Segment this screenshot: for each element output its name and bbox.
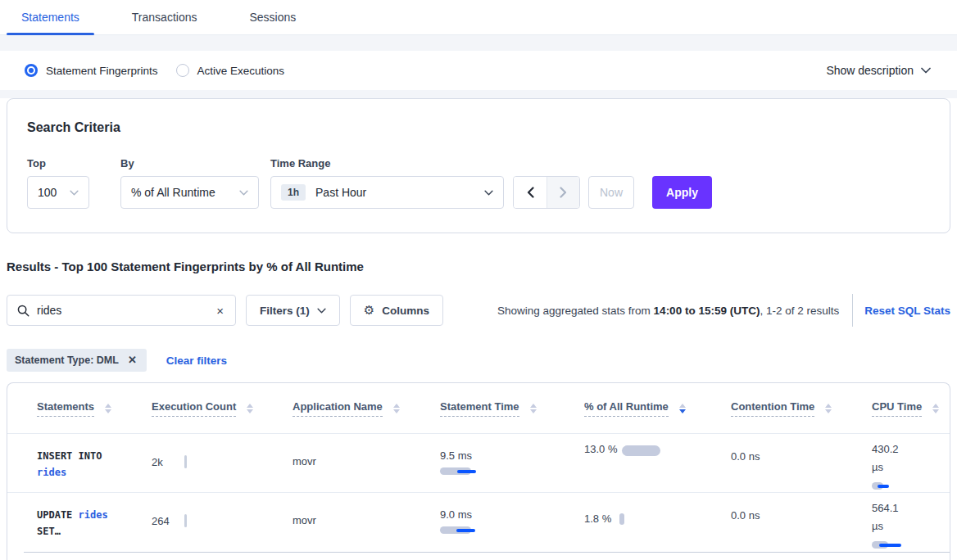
show-description-toggle[interactable]: Show description (826, 64, 931, 77)
chevron-left-icon (527, 187, 534, 198)
execution-count-cell: 2k (152, 434, 293, 468)
view-toggle-bar: Statement Fingerprints Active Executions… (0, 51, 957, 90)
search-icon (17, 305, 29, 317)
by-select[interactable]: % of All Runtime (120, 176, 259, 209)
sort-desc-icon (679, 404, 686, 413)
now-button[interactable]: Now (588, 176, 634, 209)
radio-unselected-icon (176, 64, 189, 77)
radio-selected-icon (25, 64, 38, 77)
top-select[interactable]: 100 (27, 176, 89, 209)
statement-link[interactable]: rides (79, 509, 108, 521)
radio-statement-fingerprints[interactable]: Statement Fingerprints (25, 64, 158, 77)
time-range-select[interactable]: 1h Past Hour (270, 176, 504, 209)
row-separator (24, 552, 950, 553)
application-name-cell: movr (293, 434, 440, 467)
gear-icon: ⚙ (364, 303, 374, 318)
header-pct-of-all-runtime[interactable]: % of All Runtime (584, 400, 731, 417)
runtime-pct-bar (622, 445, 660, 456)
header-cpu-time[interactable]: CPU Time (872, 400, 950, 417)
time-range-field: Time Range 1h Past Hour (270, 157, 504, 209)
sort-icon (825, 404, 832, 413)
table-row: UPDATE rides SET… 264 movr 9.0 ms 1.8 % … (7, 493, 950, 552)
contention-time-cell: 0.0 ns (731, 493, 872, 522)
apply-button[interactable]: Apply (652, 176, 712, 209)
filters-button-label: Filters (1) (260, 305, 310, 317)
statement-link[interactable]: rides (37, 467, 66, 478)
chevron-down-icon (239, 190, 248, 196)
time-range-badge: 1h (281, 184, 306, 201)
sort-icon (393, 404, 400, 413)
clear-search-icon[interactable]: × (215, 303, 225, 318)
header-contention-time[interactable]: Contention Time (731, 400, 872, 417)
chevron-right-icon (560, 187, 567, 198)
statement-time-cell: 9.5 ms (440, 434, 584, 476)
chevron-down-icon (317, 308, 326, 314)
header-statement-time[interactable]: Statement Time (440, 400, 584, 417)
table-header-row: Statements Execution Count Application N… (7, 383, 950, 434)
radio-statement-fingerprints-label: Statement Fingerprints (46, 65, 158, 77)
chevron-down-icon (484, 190, 493, 196)
columns-button-label: Columns (382, 305, 429, 317)
stats-time-range: 14:00 to 15:59 (UTC) (654, 305, 760, 317)
by-select-value: % of All Runtime (131, 186, 239, 199)
tab-transactions-label: Transactions (132, 11, 197, 24)
statement-cell: INSERT INTO rides (37, 434, 152, 481)
header-application-name[interactable]: Application Name (293, 400, 440, 417)
aggregated-stats-text: Showing aggregated stats from 14:00 to 1… (497, 305, 839, 317)
by-label: By (120, 157, 270, 169)
search-criteria-title: Search Criteria (27, 120, 930, 135)
search-criteria-card: Search Criteria Top 100 By % of All Runt… (7, 98, 950, 233)
statement-time-bar (440, 526, 584, 535)
cpu-time-cell: 430.2 µs (872, 434, 950, 490)
vertical-divider (852, 294, 853, 327)
statement-search-box: × (7, 295, 236, 326)
time-range-label: Time Range (270, 157, 504, 169)
runtime-pct-cell: 13.0 % (584, 434, 731, 458)
results-controls: × Filters (1) ⚙ Columns Showing aggregat… (7, 294, 950, 327)
view-radio-group: Statement Fingerprints Active Executions (25, 64, 284, 77)
columns-button[interactable]: ⚙ Columns (350, 295, 443, 326)
cpu-time-bar (872, 482, 950, 490)
execution-count-bar (184, 514, 187, 527)
filter-chip-label: Statement Type: DML (15, 355, 119, 366)
header-statements[interactable]: Statements (37, 400, 152, 417)
header-execution-count[interactable]: Execution Count (152, 400, 293, 417)
execution-count-cell: 264 (152, 493, 293, 527)
radio-active-executions-label: Active Executions (197, 65, 285, 77)
clear-filters-link[interactable]: Clear filters (166, 355, 227, 367)
tab-transactions[interactable]: Transactions (117, 0, 212, 34)
top-label: Top (27, 157, 120, 169)
cpu-time-cell: 564.1 µs (872, 493, 950, 549)
runtime-pct-bar (619, 513, 624, 525)
contention-time-cell: 0.0 ns (731, 434, 872, 463)
sort-icon (247, 404, 253, 413)
radio-active-executions[interactable]: Active Executions (176, 64, 285, 77)
filters-button[interactable]: Filters (1) (246, 295, 340, 326)
runtime-pct-cell: 1.8 % (584, 493, 731, 525)
top-tab-bar: Statements Transactions Sessions (0, 0, 957, 35)
tab-statements[interactable]: Statements (7, 0, 94, 34)
application-name-cell: movr (293, 493, 440, 526)
cpu-time-bar (872, 541, 950, 549)
reset-sql-stats-link[interactable]: Reset SQL Stats (864, 305, 950, 317)
next-time-button[interactable] (547, 177, 579, 208)
time-pager (513, 176, 580, 209)
tab-sessions-label: Sessions (249, 11, 296, 24)
search-input[interactable] (37, 304, 215, 317)
top-select-value: 100 (38, 186, 70, 199)
prev-time-button[interactable] (514, 177, 547, 208)
tab-sessions[interactable]: Sessions (234, 0, 311, 34)
chevron-down-icon (921, 67, 931, 74)
chevron-down-icon (70, 190, 79, 196)
top-field: Top 100 (27, 157, 120, 209)
results-section: Results - Top 100 Statement Fingerprints… (0, 260, 957, 372)
divider-strip (0, 90, 957, 98)
chip-remove-icon[interactable]: ✕ (126, 353, 138, 367)
statements-table: Statements Execution Count Application N… (7, 382, 950, 560)
by-field: By % of All Runtime (120, 157, 270, 209)
time-range-value: Past Hour (315, 186, 484, 199)
statement-cell: UPDATE rides SET… (37, 493, 152, 540)
filter-chip-row: Statement Type: DML ✕ Clear filters (7, 349, 950, 372)
execution-count-bar (184, 455, 187, 468)
table-row: INSERT INTO rides 2k movr 9.5 ms 13.0 % … (7, 434, 950, 493)
